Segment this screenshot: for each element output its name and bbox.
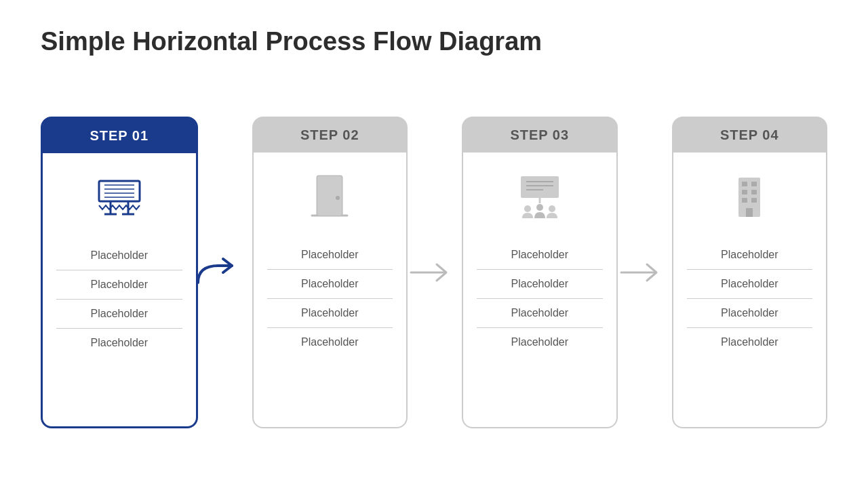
step-4-item-1: Placeholder xyxy=(687,241,813,270)
step-4-item-3: Placeholder xyxy=(687,299,813,328)
step-2-item-4: Placeholder xyxy=(267,328,393,357)
svg-rect-23 xyxy=(742,182,747,186)
door-icon xyxy=(302,169,357,224)
step-1-header: STEP 01 xyxy=(43,119,196,153)
billboard-icon xyxy=(92,170,146,224)
diagram-area: STEP 01 Placeholder Placeh xyxy=(41,83,827,461)
arrow-2 xyxy=(408,117,462,428)
svg-rect-0 xyxy=(99,181,140,201)
step-4-items: Placeholder Placeholder Placeholder Plac… xyxy=(673,241,827,427)
presentation-people-icon xyxy=(513,169,567,224)
step-2-item-1: Placeholder xyxy=(267,241,393,270)
step-2-header: STEP 02 xyxy=(254,118,407,152)
step-1-item-3: Placeholder xyxy=(56,300,182,329)
svg-rect-29 xyxy=(746,208,753,217)
step-4-item-4: Placeholder xyxy=(687,328,813,357)
step-3-icon-area xyxy=(463,152,616,241)
svg-rect-27 xyxy=(742,198,747,203)
svg-point-13 xyxy=(336,196,340,200)
arrow-3-icon xyxy=(614,245,675,300)
building-icon xyxy=(722,169,776,224)
step-1-items: Placeholder Placeholder Placeholder Plac… xyxy=(43,241,196,426)
step-4-item-2: Placeholder xyxy=(687,270,813,299)
step-2-items: Placeholder Placeholder Placeholder Plac… xyxy=(254,241,407,427)
step-2-item-2: Placeholder xyxy=(267,270,393,299)
step-1-item-2: Placeholder xyxy=(56,270,182,300)
svg-rect-26 xyxy=(751,190,757,195)
step-card-4: STEP 04 Placeholder Placeholder Placeh xyxy=(672,117,828,428)
step-3-item-3: Placeholder xyxy=(477,299,603,328)
svg-rect-28 xyxy=(751,198,757,203)
step-3-header: STEP 03 xyxy=(463,118,616,152)
arrow-3 xyxy=(618,117,672,428)
svg-rect-24 xyxy=(751,182,757,186)
step-3-item-4: Placeholder xyxy=(477,328,603,357)
step-card-1: STEP 01 Placeholder Placeh xyxy=(41,117,198,428)
svg-point-21 xyxy=(549,205,555,212)
step-card-3: STEP 03 Placeholder xyxy=(462,117,618,428)
step-card-2: STEP 02 Placeholder Placeholder Placehol… xyxy=(252,117,408,428)
svg-point-20 xyxy=(536,204,543,211)
svg-rect-10 xyxy=(317,176,342,216)
step-3-items: Placeholder Placeholder Placeholder Plac… xyxy=(463,241,616,427)
svg-rect-25 xyxy=(742,190,747,195)
step-1-item-1: Placeholder xyxy=(56,241,182,270)
step-1-icon-area xyxy=(43,153,196,241)
step-2-icon-area xyxy=(254,152,407,241)
step-3-item-2: Placeholder xyxy=(477,270,603,299)
arrow-1 xyxy=(198,117,252,428)
step-1-item-4: Placeholder xyxy=(56,329,182,357)
arrow-1-icon xyxy=(195,245,256,300)
step-2-item-3: Placeholder xyxy=(267,299,393,328)
svg-rect-14 xyxy=(521,176,559,198)
step-4-header: STEP 04 xyxy=(673,118,827,152)
arrow-2-icon xyxy=(404,245,465,300)
page-title: Simple Horizontal Process Flow Diagram xyxy=(41,27,827,56)
step-3-item-1: Placeholder xyxy=(477,241,603,270)
step-4-icon-area xyxy=(673,152,827,241)
svg-point-19 xyxy=(524,205,531,212)
